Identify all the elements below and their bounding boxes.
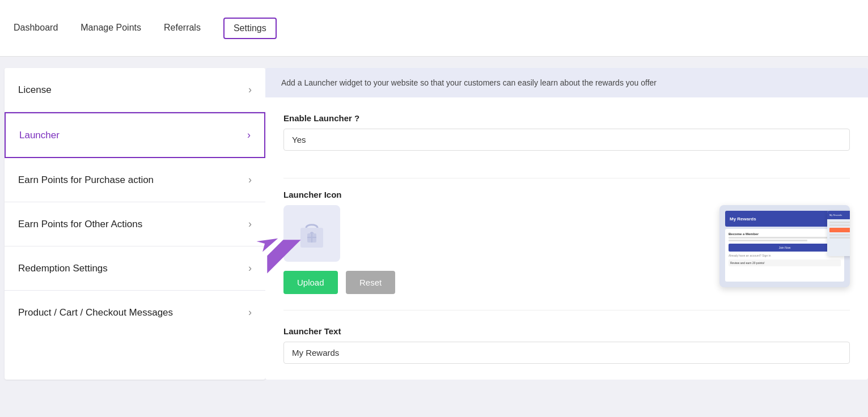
sidebar-label-earn-purchase: Earn Points for Purchase action xyxy=(18,175,154,186)
enable-launcher-label: Enable Launcher ? xyxy=(283,113,850,123)
mock-line-1 xyxy=(729,237,829,239)
mock-side-line-2 xyxy=(829,224,850,226)
divider-2 xyxy=(283,310,850,310)
launcher-icon-section: Launcher Icon xyxy=(283,190,850,294)
launcher-text-section: Launcher Text xyxy=(283,326,850,364)
mock-side-line-1 xyxy=(829,222,850,223)
chevron-icon-redemption: › xyxy=(248,262,252,274)
chevron-icon-launcher: › xyxy=(247,129,251,141)
mock-side-line-3 xyxy=(829,234,850,236)
sidebar-label-cart-messages: Product / Cart / Checkout Messages xyxy=(18,307,173,318)
upload-button[interactable]: Upload xyxy=(283,271,338,294)
chevron-icon-earn-purchase: › xyxy=(248,174,252,186)
sidebar-item-earn-purchase[interactable]: Earn Points for Purchase action › xyxy=(5,158,265,202)
tab-dashboard[interactable]: Dashboard xyxy=(14,18,58,39)
mock-become-member: Become a Member xyxy=(729,232,841,236)
svg-marker-0 xyxy=(255,233,278,255)
launcher-icon-svg xyxy=(295,216,329,250)
chevron-icon-license: › xyxy=(248,84,252,96)
enable-launcher-select[interactable]: Yes No xyxy=(283,129,850,151)
launcher-icon-label: Launcher Icon xyxy=(283,190,850,199)
mock-review: Review and earn 20 points! xyxy=(729,259,841,266)
content-card: Enable Launcher ? Yes No Launcher Icon xyxy=(265,97,868,380)
banner-text: Add a Launcher widget to your website so… xyxy=(281,78,657,87)
tab-manage-points[interactable]: Manage Points xyxy=(81,18,141,39)
mock-join-btn: Join Now xyxy=(729,244,841,252)
launcher-text-label: Launcher Text xyxy=(283,326,850,336)
tab-settings[interactable]: Settings xyxy=(223,18,277,39)
settings-sidebar: License › Launcher › Earn Points for Pur… xyxy=(5,68,265,380)
widget-preview: My Rewards × Become a Member Join Now xyxy=(719,205,850,287)
mock-side-line-4 xyxy=(829,237,850,239)
mock-side-title: My Rewards xyxy=(829,214,842,216)
launcher-icon-row: Upload Reset My Rewards × xyxy=(283,205,850,294)
main-layout: License › Launcher › Earn Points for Pur… xyxy=(0,57,868,380)
nav-tabs: Dashboard Manage Points Referrals Settin… xyxy=(14,18,277,39)
mock-header: My Rewards × xyxy=(725,211,844,227)
launcher-icon-right: My Rewards × Become a Member Join Now xyxy=(418,205,850,287)
reset-button[interactable]: Reset xyxy=(346,271,395,294)
chevron-icon-cart-messages: › xyxy=(248,307,252,318)
info-banner: Add a Launcher widget to your website so… xyxy=(265,68,868,97)
sidebar-item-license[interactable]: License › xyxy=(5,68,265,112)
divider-1 xyxy=(283,178,850,178)
top-navigation: Dashboard Manage Points Referrals Settin… xyxy=(0,0,868,57)
mock-side-preview: My Rewards xyxy=(827,211,850,256)
tab-referrals[interactable]: Referrals xyxy=(164,18,201,39)
mock-body: Become a Member Join Now Already have an… xyxy=(725,229,844,282)
content-panel: Add a Launcher widget to your website so… xyxy=(265,68,868,380)
launcher-icon-left: Upload Reset xyxy=(283,205,395,294)
mock-side-header: My Rewards xyxy=(827,211,850,219)
sidebar-item-redemption[interactable]: Redemption Settings › xyxy=(5,246,265,291)
mock-line-2 xyxy=(729,240,807,241)
sidebar-item-cart-messages[interactable]: Product / Cart / Checkout Messages › xyxy=(5,291,265,334)
sidebar-item-earn-other[interactable]: Earn Points for Other Actions › xyxy=(5,202,265,246)
sidebar-label-redemption: Redemption Settings xyxy=(18,263,108,274)
launcher-text-input[interactable] xyxy=(283,342,850,364)
sidebar-label-license: License xyxy=(18,84,52,96)
sidebar-item-launcher[interactable]: Launcher › xyxy=(5,112,265,158)
mock-side-orange xyxy=(829,228,850,232)
enable-launcher-field: Enable Launcher ? Yes No xyxy=(283,113,850,167)
sidebar-label-launcher: Launcher xyxy=(19,130,60,141)
icon-action-buttons: Upload Reset xyxy=(283,271,395,294)
mock-side-body xyxy=(827,219,850,241)
mock-join-text: Join Now xyxy=(779,246,791,249)
sidebar-label-earn-other: Earn Points for Other Actions xyxy=(18,219,142,230)
mock-header-text: My Rewards xyxy=(730,216,756,222)
chevron-icon-earn-other: › xyxy=(248,218,252,230)
mock-sign-in: Already have an account? Sign in xyxy=(729,254,841,257)
